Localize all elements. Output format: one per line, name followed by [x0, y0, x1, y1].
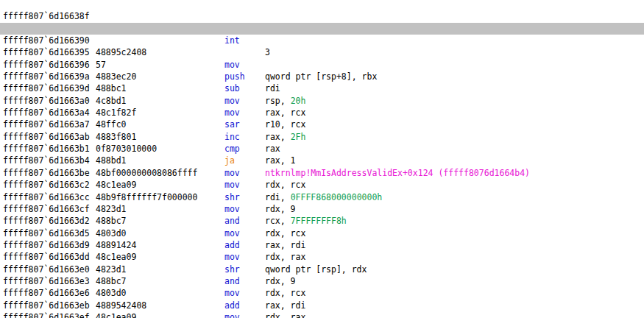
disasm-row[interactable]: fffff807`6d16639a 488bc1 mov rax, rcx [0, 59, 644, 71]
disasm-row-selected[interactable]: fffff807`6d166390 48895c2408 mov qword p… [0, 23, 644, 35]
disasm-row[interactable]: fffff807`6d1663e3 4803d0 add rdx, rax [0, 264, 644, 275]
disasm-row[interactable]: fffff807`6d1663a0 48c1f82f sar rax, 2Fh [0, 82, 644, 94]
disasm-row[interactable]: fffff807`6d1663dd 4823d1 and rdx, rcx [0, 239, 644, 251]
disasm-row[interactable]: fffff807`6d1663a4 48ffc0 inc rax [0, 95, 644, 107]
disasm-row[interactable]: fffff807`6d16638f cc int 3 [0, 0, 644, 10]
disasm-row[interactable]: fffff807`6d1663e6 4889542408 mov qword p… [0, 275, 644, 287]
disasm-row[interactable]: fffff807`6d1663d2 4803d0 add rdx, rax [0, 203, 644, 215]
disasm-row[interactable]: fffff807`6d166396 4883ec20 sub rsp, 20h [0, 46, 644, 58]
disasm-row[interactable]: fffff807`6d1663c2 48b9f8ffffff7f000000 m… [0, 167, 644, 179]
disasm-row[interactable]: fffff807`6d1663eb 48c1ea09 shr rdx, 9 [0, 287, 644, 299]
disasm-row[interactable]: fffff807`6d1663b1 488bd1 mov rdx, rcx [0, 131, 644, 143]
disasm-row[interactable]: fffff807`6d1663be 48c1ea09 shr rdx, 9 [0, 155, 644, 166]
disasm-row[interactable]: fffff807`6d166395 57 push rdi [0, 35, 644, 46]
disasm-row[interactable]: fffff807`6d1663b4 48bf000000008086ffff m… [0, 143, 644, 155]
disasm-row[interactable]: fffff807`6d1663e0 488bc7 mov rax, rdi [0, 251, 644, 263]
disasm-row[interactable]: fffff807`6d1663cc 4823d1 and rdx, rcx [0, 179, 644, 191]
disasm-row[interactable]: fffff807`6d1663ab 0f8703010000 ja ntkrnl… [0, 119, 644, 130]
disassembly-listing: fffff807`6d16638f cc int 3 nt!MmIsAddres… [0, 0, 644, 318]
disasm-row[interactable]: fffff807`6d1663f2 488bc7 mov rax, rdi [0, 311, 644, 318]
disasm-row[interactable]: fffff807`6d1663d5 48891424 mov qword ptr… [0, 215, 644, 227]
disasm-row[interactable]: fffff807`6d1663cf 488bc7 mov rax, rdi [0, 191, 644, 203]
disasm-row[interactable]: fffff807`6d1663a7 4883f801 cmp rax, 1 [0, 107, 644, 119]
disasm-row[interactable]: fffff807`6d1663ef 4823d1 and rdx, rcx [0, 300, 644, 311]
disasm-row[interactable]: fffff807`6d1663d9 48c1ea09 shr rdx, 9 [0, 227, 644, 239]
disasm-row[interactable]: fffff807`6d16639d 4c8bd1 mov r10, rcx [0, 71, 644, 82]
symbol-label-row: nt!MmIsAddressValidEx: [0, 10, 644, 22]
